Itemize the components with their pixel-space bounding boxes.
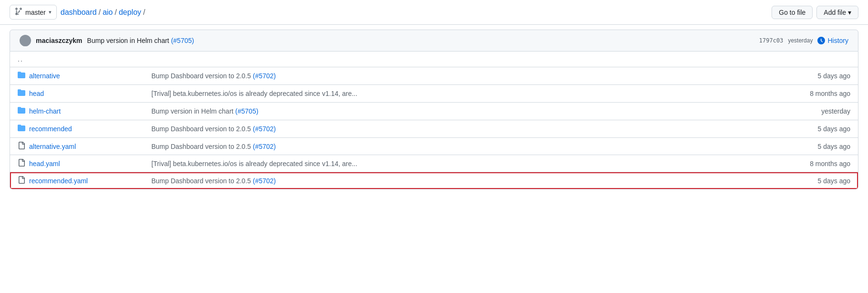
commit-bar-right: 1797c03 yesterday History xyxy=(759,37,848,44)
dotdot-cell: .. xyxy=(10,52,858,67)
top-bar-right: Go to file Add file ▾ xyxy=(772,6,858,19)
commit-pr-link[interactable]: (#5702) xyxy=(253,72,275,80)
add-file-label: Add file xyxy=(824,9,846,16)
commit-bar-left: maciaszczykm Bump version in Helm chart … xyxy=(20,35,194,46)
commit-pr-link[interactable]: (#5702) xyxy=(253,143,275,150)
commit-msg: Bump Dashboard version to 2.0.5 xyxy=(151,177,253,185)
file-icon xyxy=(18,142,25,151)
commit-time: 5 days ago xyxy=(782,172,858,189)
file-name-link[interactable]: alternative.yaml xyxy=(29,143,76,150)
add-file-chevron-icon: ▾ xyxy=(848,9,851,16)
folder-icon xyxy=(18,71,25,81)
table-row: alternative.yamlBump Dashboard version t… xyxy=(10,138,858,155)
commit-time: 5 days ago xyxy=(782,120,858,138)
commit-time: 8 months ago xyxy=(782,85,858,103)
commit-msg: [Trival] beta.kubernetes.io/os is alread… xyxy=(144,85,782,103)
file-name-link[interactable]: head xyxy=(29,90,44,97)
breadcrumb-sep-1: / xyxy=(98,8,100,17)
breadcrumb-link-dashboard[interactable]: dashboard xyxy=(61,8,97,17)
history-icon xyxy=(817,37,825,44)
commit-msg: Bump Dashboard version to 2.0.5 xyxy=(151,72,253,80)
commit-time: yesterday xyxy=(788,37,813,44)
file-name-link[interactable]: helm-chart xyxy=(29,107,61,115)
breadcrumb-sep-2: / xyxy=(115,8,116,17)
commit-time: 5 days ago xyxy=(782,138,858,155)
file-name-link[interactable]: recommended xyxy=(29,125,72,133)
commit-pr-link[interactable]: (#5705) xyxy=(235,107,258,115)
breadcrumb-link-aio[interactable]: aio xyxy=(103,8,113,17)
commit-message: Bump version in Helm chart (#5705) xyxy=(87,37,194,44)
folder-icon xyxy=(18,106,25,116)
branch-name: master xyxy=(25,9,46,16)
file-name-link[interactable]: recommended.yaml xyxy=(29,177,88,185)
table-row: head[Trival] beta.kubernetes.io/os is al… xyxy=(10,85,858,103)
history-link[interactable]: History xyxy=(817,37,848,44)
go-to-file-button[interactable]: Go to file xyxy=(772,6,813,19)
add-file-button[interactable]: Add file ▾ xyxy=(816,6,858,19)
table-row: head.yaml[Trival] beta.kubernetes.io/os … xyxy=(10,155,858,172)
file-icon xyxy=(18,176,25,185)
file-table-container: .. alternativeBump Dashboard version to … xyxy=(10,52,858,189)
breadcrumb-sep-3: / xyxy=(143,8,145,17)
avatar xyxy=(20,35,31,46)
commit-time: 8 months ago xyxy=(782,155,858,172)
top-bar: master ▾ dashboard / aio / deploy / Go t… xyxy=(0,0,868,25)
commit-msg: Bump Dashboard version to 2.0.5 xyxy=(151,143,253,150)
commit-bar: maciaszczykm Bump version in Helm chart … xyxy=(10,30,858,52)
commit-author: maciaszczykm xyxy=(36,37,82,44)
branch-icon xyxy=(15,8,22,17)
commit-pr-link[interactable]: (#5702) xyxy=(253,177,275,185)
breadcrumb: dashboard / aio / deploy / xyxy=(61,8,146,17)
breadcrumb-link-deploy[interactable]: deploy xyxy=(119,8,141,17)
table-row: recommended.yamlBump Dashboard version t… xyxy=(10,172,858,189)
file-name-link[interactable]: head.yaml xyxy=(29,160,60,167)
table-row: alternativeBump Dashboard version to 2.0… xyxy=(10,67,858,85)
history-label: History xyxy=(827,37,848,44)
top-bar-left: master ▾ dashboard / aio / deploy / xyxy=(10,5,145,20)
table-row: helm-chartBump version in Helm chart (#5… xyxy=(10,103,858,120)
commit-msg: [Trival] beta.kubernetes.io/os is alread… xyxy=(144,155,782,172)
commit-msg: Bump Dashboard version to 2.0.5 xyxy=(151,125,253,133)
table-row: recommendedBump Dashboard version to 2.0… xyxy=(10,120,858,138)
commit-pr-link[interactable]: (#5702) xyxy=(253,125,275,133)
branch-chevron-icon: ▾ xyxy=(49,9,52,15)
file-icon xyxy=(18,159,25,168)
commit-hash: 1797c03 xyxy=(759,37,783,44)
dotdot-row: .. xyxy=(10,52,858,67)
svg-point-0 xyxy=(23,37,27,41)
commit-time: yesterday xyxy=(782,103,858,120)
folder-icon xyxy=(18,124,25,134)
folder-icon xyxy=(18,89,25,98)
file-table: .. alternativeBump Dashboard version to … xyxy=(10,52,858,189)
file-name-link[interactable]: alternative xyxy=(29,72,60,80)
commit-msg: Bump version in Helm chart xyxy=(151,107,235,115)
svg-point-1 xyxy=(21,42,29,46)
branch-selector[interactable]: master ▾ xyxy=(10,5,57,20)
commit-time: 5 days ago xyxy=(782,67,858,85)
commit-pr-link[interactable]: (#5705) xyxy=(171,37,194,44)
